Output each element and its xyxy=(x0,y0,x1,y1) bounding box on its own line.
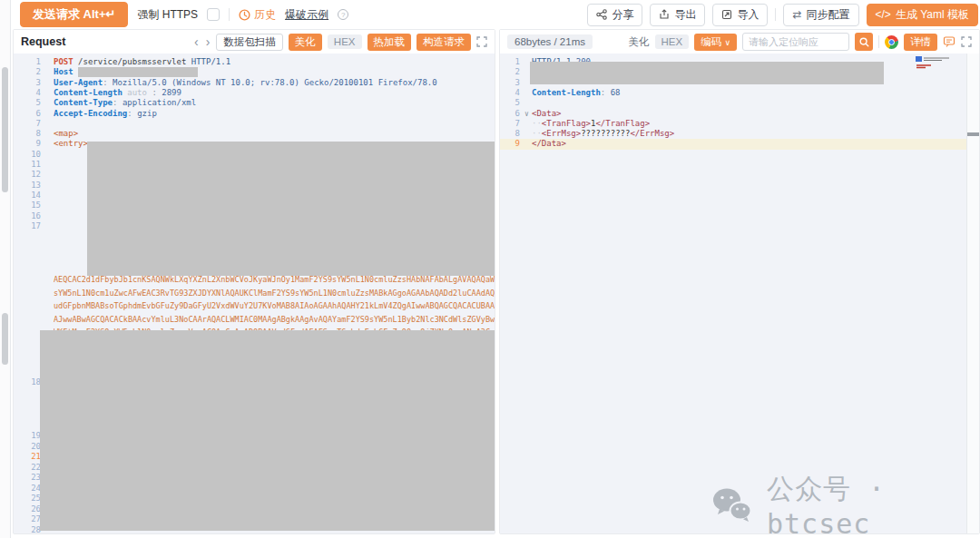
beautify-button[interactable]: 美化 xyxy=(629,35,650,49)
force-https-checkbox[interactable] xyxy=(207,8,220,21)
history-button[interactable]: 历史 xyxy=(239,7,276,23)
sync-config-button[interactable]: ⇄ 同步配置 xyxy=(783,4,858,26)
packet-scan-button[interactable]: 数据包扫描 xyxy=(216,34,283,51)
blast-example-link[interactable]: 爆破示例 xyxy=(285,7,328,23)
search-button[interactable] xyxy=(855,33,873,51)
fold-chevron-icon[interactable]: ∨ xyxy=(524,109,529,119)
line-number: 24 xyxy=(14,484,41,494)
clock-icon xyxy=(239,9,250,21)
divider xyxy=(229,8,230,21)
payload-line: AJwwABwAGCQACACkBAAcvYmluL3NoCAArAQACLWM… xyxy=(54,313,495,327)
code-text: ··<ErrMsg>??????????</ErrMsg> xyxy=(532,129,674,139)
line-number: 17 xyxy=(14,221,41,231)
line-number: 3 xyxy=(14,78,41,88)
import-icon xyxy=(721,9,732,20)
line-number: 27 xyxy=(14,514,41,524)
line-number: 21 xyxy=(14,452,41,462)
fullscreen-icon[interactable] xyxy=(476,36,487,47)
line-number: 15 xyxy=(14,201,41,210)
redaction-overlay xyxy=(40,330,495,531)
detail-button[interactable]: 详情 xyxy=(904,34,937,51)
chevron-down-icon: ∨ xyxy=(724,38,730,47)
share-label: 分享 xyxy=(612,7,633,23)
line-number: 23 xyxy=(14,473,41,483)
generate-yaml-button[interactable]: </> 生成 Yaml 模板 xyxy=(867,4,978,26)
hot-reload-button[interactable]: 热加载 xyxy=(368,34,412,51)
line-number: 7 xyxy=(14,119,41,129)
code-line: 7··<TranFlag>1</TranFlag> xyxy=(500,119,979,129)
locate-response-input[interactable] xyxy=(742,33,849,51)
divider xyxy=(878,35,879,48)
scrollbar-thumb[interactable] xyxy=(2,67,8,192)
code-text: POST /service/pubsmsservlet HTTP/1.1 xyxy=(54,57,230,67)
hex-button[interactable]: HEX xyxy=(328,34,362,49)
toolbar: 发送请求 Alt+↵ 强制 HTTPS 历史 爆破示例 ? 分享 xyxy=(11,0,980,29)
request-title: Request xyxy=(21,35,65,48)
response-stats-badge: 68bytes / 21ms xyxy=(507,34,593,49)
line-number: 4 xyxy=(500,88,520,98)
prev-packet-icon[interactable]: ‹ xyxy=(193,34,200,49)
redaction-overlay xyxy=(530,62,884,84)
search-icon xyxy=(859,37,869,47)
app-window: 发送请求 Alt+↵ 强制 HTTPS 历史 爆破示例 ? 分享 xyxy=(0,0,980,538)
share-icon xyxy=(596,9,607,20)
code-line: 6∨<Data> xyxy=(500,109,979,119)
line-number: 28 xyxy=(14,525,41,534)
export-label: 导出 xyxy=(674,7,696,23)
construct-request-button[interactable]: 构造请求 xyxy=(416,34,471,51)
line-number: 8 xyxy=(14,129,41,139)
request-panel-header: Request ‹ › 数据包扫描 美化 HEX 热加载 构造请求 xyxy=(14,30,495,54)
code-line: 9</Data> xyxy=(500,139,979,149)
line-number: 2 xyxy=(500,67,520,77)
line-number: 18 xyxy=(14,377,41,387)
line-number: 19 xyxy=(14,431,41,441)
code-icon: </> xyxy=(876,9,891,20)
scrollbar-thumb[interactable] xyxy=(2,313,8,365)
payload-line: udGFpbnMBABsoTGphdmEvbGFuZy9DaGFyU2VxdWV… xyxy=(54,299,495,313)
encode-label: 编码 xyxy=(701,36,721,47)
fullscreen-icon[interactable] xyxy=(961,36,972,47)
import-button[interactable]: 导入 xyxy=(712,4,768,26)
force-https-label: 强制 HTTPS xyxy=(137,7,198,23)
line-number: 11 xyxy=(14,160,41,170)
encode-dropdown[interactable]: 编码 ∨ xyxy=(694,34,737,51)
response-panel: 68bytes / 21ms 美化 HEX 编码 ∨ 详情 xyxy=(499,29,980,534)
hex-button[interactable]: HEX xyxy=(655,34,690,49)
left-edge-scrollbar[interactable] xyxy=(0,0,11,538)
request-panel: Request ‹ › 数据包扫描 美化 HEX 热加载 构造请求 1POST … xyxy=(13,29,495,534)
line-number: 6 xyxy=(500,109,520,119)
code-text: Accept-Encoding: gzip xyxy=(54,109,157,119)
line-number: 5 xyxy=(14,98,41,108)
next-packet-icon[interactable]: › xyxy=(205,34,211,49)
chrome-icon[interactable] xyxy=(885,35,898,49)
export-button[interactable]: 导出 xyxy=(650,4,705,26)
line-number: 7 xyxy=(500,119,520,129)
code-line: 5Content-Type: application/xml xyxy=(14,98,495,108)
wechat-watermark: 公众号 · btcsec xyxy=(710,471,979,533)
line-number: 3 xyxy=(500,78,520,88)
watermark-text: 公众号 · btcsec xyxy=(767,471,979,533)
line-number: 8 xyxy=(500,129,520,139)
request-editor[interactable]: 1POST /service/pubsmsservlet HTTP/1.12Ho… xyxy=(14,54,495,533)
code-line: 6Accept-Encoding: gzip xyxy=(14,109,495,119)
help-icon[interactable]: ? xyxy=(338,9,348,20)
line-number: 14 xyxy=(14,191,41,201)
send-request-button[interactable]: 发送请求 Alt+↵ xyxy=(20,2,128,27)
sync-config-label: 同步配置 xyxy=(807,7,850,23)
wechat-icon xyxy=(710,486,754,524)
line-number: 1 xyxy=(14,57,41,67)
payload-line: sYW5nL1N0cm1uZwcAFwEAC3RvTG93ZXJDYXNlAQA… xyxy=(54,287,495,300)
tiny-watermark xyxy=(916,54,961,73)
line-number: 10 xyxy=(14,150,41,160)
export-icon xyxy=(659,9,670,20)
comment-icon[interactable] xyxy=(943,35,956,48)
response-editor[interactable]: 公众号 · btcsec 1HTTP/1.1 200234Content-Len… xyxy=(500,54,979,533)
code-line: 8··<ErrMsg>??????????</ErrMsg> xyxy=(500,129,979,139)
line-number: 2 xyxy=(14,67,41,77)
code-text: Content-Length: 68 xyxy=(532,88,621,98)
code-text: User-Agent: Mozilla/5.0 (Windows NT 10.0… xyxy=(54,78,437,88)
beautify-button[interactable]: 美化 xyxy=(289,34,322,51)
line-number: 13 xyxy=(14,181,41,191)
line-number: 4 xyxy=(14,88,41,98)
share-button[interactable]: 分享 xyxy=(587,4,642,26)
